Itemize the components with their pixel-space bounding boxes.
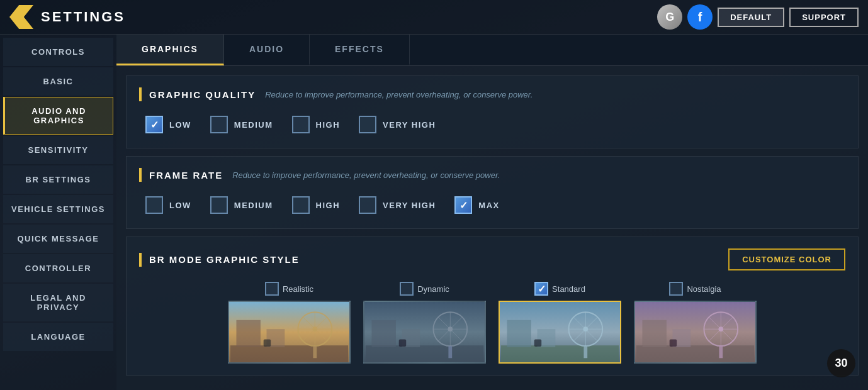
style-thumbnail-realistic — [228, 301, 351, 364]
gq-option-very-high[interactable]: VERY HIGH — [359, 116, 436, 133]
content-body: GRAPHIC QUALITY Reduce to improve perfor… — [116, 66, 868, 390]
thumb-scene-realistic — [229, 302, 349, 362]
gq-label-medium: MEDIUM — [234, 120, 273, 130]
default-button[interactable]: DEFAULT — [718, 8, 784, 27]
style-card-realistic[interactable]: Realistic — [228, 282, 351, 364]
tab-audio[interactable]: AUDIO — [224, 35, 310, 65]
fr-option-max[interactable]: MAX — [454, 196, 499, 214]
fr-checkbox-medium[interactable] — [210, 196, 228, 214]
sidebar-item-controls[interactable]: CONTROLS — [3, 38, 113, 66]
thumb-scene-standard — [500, 302, 620, 362]
style-label-standard: Standard — [552, 284, 585, 294]
fr-checkbox-low[interactable] — [145, 196, 163, 214]
thumb-scene-nostalgia — [635, 302, 755, 362]
sidebar-item-controller[interactable]: CONTROLLER — [3, 254, 113, 282]
gq-option-medium[interactable]: MEDIUM — [210, 116, 273, 133]
gq-label-low: LOW — [169, 120, 191, 130]
sidebar-item-audio-graphics[interactable]: AUDIO AND GRAPHICS — [3, 97, 113, 135]
sidebar-item-vehicle-settings[interactable]: VEHICLE SETTINGS — [3, 195, 113, 223]
tab-graphics[interactable]: GRAPHICS — [116, 35, 224, 65]
app-title: SETTINGS — [41, 9, 657, 25]
style-card-standard[interactable]: Standard — [499, 282, 621, 364]
fr-checkbox-high[interactable] — [292, 196, 310, 214]
fr-option-low[interactable]: LOW — [145, 196, 191, 214]
frame-rate-section: FRAME RATE Reduce to improve performance… — [126, 156, 859, 229]
sidebar-item-quick-message[interactable]: QUICK MESSAGE — [3, 225, 113, 253]
fr-checkbox-max[interactable] — [454, 196, 472, 214]
style-thumbnail-dynamic — [363, 301, 486, 364]
frame-rate-options: LOW MEDIUM HIGH VERY HIGH MAX — [139, 193, 845, 217]
header: SETTINGS G f DEFAULT SUPPORT — [0, 0, 868, 35]
svg-rect-23 — [399, 340, 407, 347]
gq-checkbox-low[interactable] — [145, 116, 163, 133]
facebook-icon[interactable]: f — [687, 4, 713, 30]
section-accent-frame — [139, 168, 142, 182]
support-button[interactable]: SUPPORT — [789, 8, 859, 27]
gq-label-very-high: VERY HIGH — [383, 120, 436, 130]
gq-checkbox-high[interactable] — [292, 116, 310, 133]
sidebar-item-language[interactable]: LANGUAGE — [3, 323, 113, 351]
thumb-svg-standard — [500, 302, 620, 362]
fr-label-max: MAX — [478, 201, 499, 210]
section-accent-graphic — [139, 87, 142, 101]
gq-checkbox-medium[interactable] — [210, 116, 228, 133]
fr-label-low: LOW — [169, 201, 191, 210]
graphic-quality-section: GRAPHIC QUALITY Reduce to improve perfor… — [126, 75, 859, 148]
svg-rect-47 — [670, 340, 677, 347]
style-checkbox-dynamic[interactable] — [400, 282, 414, 296]
br-mode-title: BR MODE GRAPHIC STYLE — [149, 254, 300, 265]
garena-icon[interactable]: G — [657, 4, 682, 30]
back-icon[interactable] — [9, 5, 33, 29]
fr-option-high[interactable]: HIGH — [292, 196, 341, 214]
sidebar-item-legal-privacy[interactable]: LEGAL AND PRIVACY — [3, 284, 113, 321]
floating-badge: 30 — [827, 349, 855, 377]
customize-color-button[interactable]: CUSTOMIZE COLOR — [728, 248, 845, 270]
graphic-quality-header: GRAPHIC QUALITY Reduce to improve perfor… — [139, 87, 845, 101]
gq-label-high: HIGH — [316, 120, 341, 130]
fr-checkbox-very-high[interactable] — [359, 196, 376, 214]
graphic-quality-options: LOW MEDIUM HIGH VERY HIGH — [139, 113, 845, 136]
thumb-scene-dynamic — [364, 302, 485, 362]
style-card-nostalgia[interactable]: Nostalgia — [634, 282, 757, 364]
style-checkbox-standard[interactable] — [534, 282, 548, 296]
gq-option-low[interactable]: LOW — [145, 116, 191, 133]
svg-rect-25 — [501, 345, 619, 362]
fr-option-very-high[interactable]: VERY HIGH — [359, 196, 436, 214]
style-nostalgia-header: Nostalgia — [669, 282, 721, 296]
svg-rect-10 — [313, 346, 317, 358]
frame-rate-header: FRAME RATE Reduce to improve performance… — [139, 168, 845, 182]
svg-rect-26 — [507, 320, 531, 347]
sidebar-item-br-settings[interactable]: BR SETTINGS — [3, 165, 113, 194]
graphic-quality-desc: Reduce to improve performance, prevent o… — [265, 90, 533, 99]
svg-rect-35 — [534, 340, 542, 347]
style-thumbnail-nostalgia — [634, 301, 757, 364]
svg-rect-11 — [264, 340, 271, 347]
svg-rect-1 — [230, 345, 348, 362]
br-mode-left: BR MODE GRAPHIC STYLE — [139, 253, 309, 267]
style-realistic-header: Realistic — [265, 282, 313, 296]
style-card-dynamic[interactable]: Dynamic — [363, 282, 486, 364]
style-dynamic-header: Dynamic — [400, 282, 449, 296]
style-checkbox-nostalgia[interactable] — [669, 282, 683, 296]
sidebar-item-sensitivity[interactable]: SENSITIVITY — [3, 136, 113, 164]
style-label-realistic: Realistic — [283, 284, 313, 294]
svg-rect-46 — [719, 346, 723, 358]
fr-option-medium[interactable]: MEDIUM — [210, 196, 273, 214]
svg-rect-2 — [237, 320, 261, 347]
frame-rate-title: FRAME RATE — [149, 170, 223, 181]
style-label-nostalgia: Nostalgia — [687, 284, 721, 294]
graphic-quality-title: GRAPHIC QUALITY — [149, 89, 256, 100]
gq-option-high[interactable]: HIGH — [292, 116, 341, 133]
tabs-bar: GRAPHICS AUDIO EFFECTS — [116, 35, 868, 66]
gq-checkbox-very-high[interactable] — [359, 116, 376, 133]
main-content: GRAPHICS AUDIO EFFECTS GRAPHIC QUALITY R… — [116, 35, 868, 390]
sidebar: CONTROLS BASIC AUDIO AND GRAPHICS SENSIT… — [0, 35, 116, 390]
svg-rect-37 — [636, 345, 754, 362]
sidebar-item-basic[interactable]: BASIC — [3, 67, 113, 96]
style-checkbox-realistic[interactable] — [265, 282, 279, 296]
frame-rate-desc: Reduce to improve performance, prevent o… — [232, 170, 500, 180]
thumb-svg-realistic — [229, 302, 349, 362]
style-standard-header: Standard — [534, 282, 585, 296]
tab-effects[interactable]: EFFECTS — [310, 35, 410, 65]
thumb-svg-dynamic — [364, 302, 485, 362]
